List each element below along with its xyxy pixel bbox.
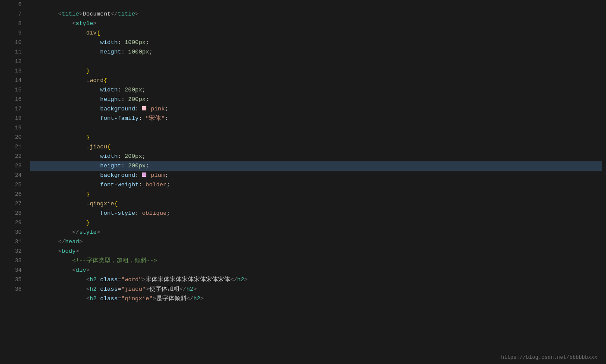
line-num-12: 12 (4, 57, 22, 66)
code-line-31: <body> (30, 237, 602, 247)
line-num-22: 22 (4, 152, 22, 161)
line-num-21: 21 (4, 142, 22, 152)
line-num-29: 29 (4, 218, 22, 228)
code-line-8: div{ (30, 19, 602, 28)
code-line-21: width: 200px; (30, 142, 602, 152)
code-line-6: <title>Document</title> (30, 0, 602, 9)
line-num-23: 23 (4, 161, 22, 171)
line-num-20: 20 (4, 133, 22, 142)
line-num-30: 30 (4, 228, 22, 237)
line-num-33: 33 (4, 256, 22, 266)
line-num-36: 36 (4, 285, 22, 294)
code-line-19: } (30, 123, 602, 133)
code-editor: 6 7 8 9 10 11 12 13 14 15 16 17 18 19 20… (0, 0, 606, 364)
line-num-26: 26 (4, 190, 22, 199)
code-lines: <title>Document</title> <style> div{ wid… (26, 0, 606, 364)
line-num-25: 25 (4, 180, 22, 190)
line-num-27: 27 (4, 199, 22, 209)
code-container: 6 7 8 9 10 11 12 13 14 15 16 17 18 19 20… (0, 0, 606, 364)
code-line-34: <h2 class="word">宋体宋体宋体宋体宋体宋体宋体</h2> (30, 266, 602, 275)
line-num-34: 34 (4, 266, 22, 275)
line-num-15: 15 (4, 85, 22, 95)
line-num-17: 17 (4, 104, 22, 114)
line-num-14: 14 (4, 76, 22, 85)
code-line-26: .qingxie{ (30, 190, 602, 199)
code-line-13: .word{ (30, 66, 602, 76)
line-num-11: 11 (4, 47, 22, 57)
line-num-32: 32 (4, 247, 22, 256)
line-num-31: 31 (4, 237, 22, 247)
url-text: https://blog.csdn.net/bbbbbbxxx (501, 355, 597, 361)
line-num-6: 6 (4, 0, 22, 9)
line-num-8: 8 (4, 19, 22, 28)
code-line-14: width: 200px; (30, 76, 602, 85)
line-num-19: 19 (4, 123, 22, 133)
line-num-7: 7 (4, 9, 22, 19)
line-num-18: 18 (4, 114, 22, 123)
code-line-9: width: 1000px; (30, 28, 602, 38)
code-line-30: </head> (30, 228, 602, 237)
line-num-9: 9 (4, 28, 22, 38)
line-num-24: 24 (4, 171, 22, 180)
line-num-35: 35 (4, 275, 22, 285)
code-line-12: } (30, 57, 602, 66)
code-line-29: </style> (30, 218, 602, 228)
line-num-13: 13 (4, 66, 22, 76)
line-num-10: 10 (4, 38, 22, 47)
code-line-32: <!--字体类型，加粗，倾斜--> (30, 247, 602, 256)
line-num-28: 28 (4, 209, 22, 218)
line-numbers: 6 7 8 9 10 11 12 13 14 15 16 17 18 19 20… (0, 0, 26, 364)
line-num-16: 16 (4, 95, 22, 104)
code-line-20: .jiacu{ (30, 133, 602, 142)
